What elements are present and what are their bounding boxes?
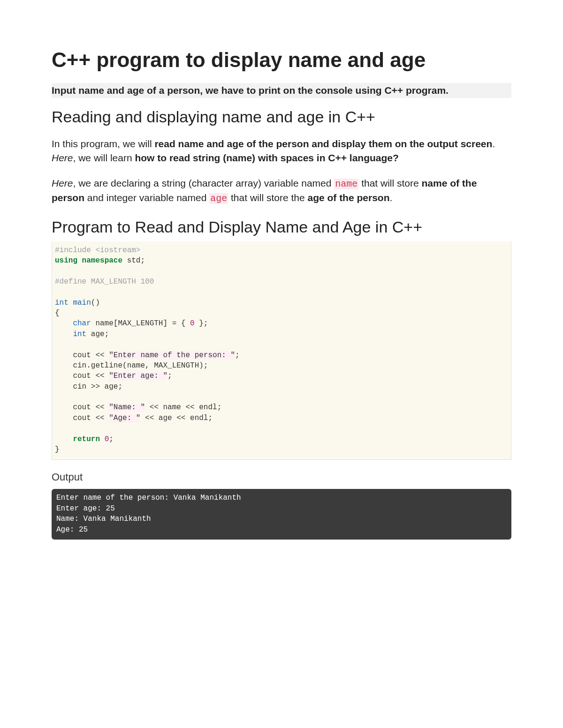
section-heading-1: Reading and displaying name and age in C…	[52, 106, 511, 127]
text: .	[389, 192, 392, 203]
code-text: << name << endl;	[145, 403, 221, 412]
italic-text: Here	[52, 152, 73, 163]
code-keyword: namespace	[77, 256, 122, 265]
code-block: #include <iostream> using namespace std;…	[52, 241, 511, 460]
output-heading: Output	[52, 471, 511, 483]
code-text: std;	[122, 256, 145, 265]
code-number: 0	[190, 319, 195, 328]
italic-text: Here	[52, 178, 73, 188]
code-keyword: using	[55, 256, 77, 265]
code-brace: {	[55, 309, 60, 317]
output-block: Enter name of the person: Vanka Manikant…	[52, 489, 511, 540]
output-line: Name: Vanka Manikanth	[56, 515, 151, 523]
code-line: #include <iostream>	[55, 246, 140, 255]
text: , we are declaring a string (character a…	[73, 178, 335, 188]
text: .	[492, 138, 495, 149]
code-text: cout <<	[55, 351, 109, 360]
output-line: Age: 25	[56, 525, 88, 534]
paragraph-1: In this program, we will read name and a…	[52, 137, 511, 165]
code-fn: main	[68, 299, 91, 307]
inline-code-name: name	[334, 179, 358, 189]
code-text: ;	[235, 351, 240, 360]
code-string: "Age: "	[109, 414, 140, 422]
bold-text: read name and age of the person and disp…	[154, 138, 492, 149]
code-keyword: return	[73, 435, 100, 443]
code-brace: }	[55, 445, 60, 454]
code-text: cout <<	[55, 403, 109, 412]
code-text: ()	[91, 299, 100, 307]
code-text	[100, 435, 105, 443]
text: , we will learn	[73, 152, 135, 163]
text: In this program, we will	[52, 138, 154, 149]
section-heading-2: Program to Read and Display Name and Age…	[52, 217, 511, 237]
text: that will store	[358, 178, 421, 188]
bold-text: age of the person	[307, 192, 389, 203]
code-number: 0	[105, 435, 109, 443]
code-string: "Name: "	[109, 403, 145, 412]
inline-code-age: age	[209, 193, 228, 204]
page-subtitle: Input name and age of a person, we have …	[52, 83, 511, 98]
code-text: cin.getline(name, MAX_LENGTH);	[55, 361, 208, 370]
code-text: cin >> age;	[55, 383, 122, 391]
code-type: char	[73, 319, 91, 328]
code-type: int	[73, 330, 86, 338]
output-line: Enter age: 25	[56, 504, 115, 513]
code-text: cout <<	[55, 414, 109, 422]
code-text: ;	[167, 372, 172, 380]
code-indent	[55, 319, 73, 328]
paragraph-2: Here, we are declaring a string (charact…	[52, 176, 511, 205]
code-text: ;	[109, 435, 114, 443]
code-text: << age << endl;	[140, 414, 213, 422]
text: and integer variable named	[84, 192, 209, 203]
page-title: C++ program to display name and age	[52, 47, 511, 73]
code-string: "Enter age: "	[109, 372, 167, 380]
code-indent	[55, 435, 73, 443]
code-text: name[MAX_LENGTH] = {	[91, 319, 190, 328]
output-line: Enter name of the person: Vanka Manikant…	[56, 494, 241, 502]
code-text: age;	[86, 330, 109, 338]
code-text: };	[195, 319, 208, 328]
text: that will store the	[228, 192, 307, 203]
bold-text: how to read string (name) with spaces in…	[135, 152, 398, 163]
code-indent	[55, 330, 73, 338]
code-type: int	[55, 299, 68, 307]
code-text: cout <<	[55, 372, 109, 380]
code-line: #define MAX_LENGTH 100	[55, 278, 154, 286]
code-string: "Enter name of the person: "	[109, 351, 235, 360]
